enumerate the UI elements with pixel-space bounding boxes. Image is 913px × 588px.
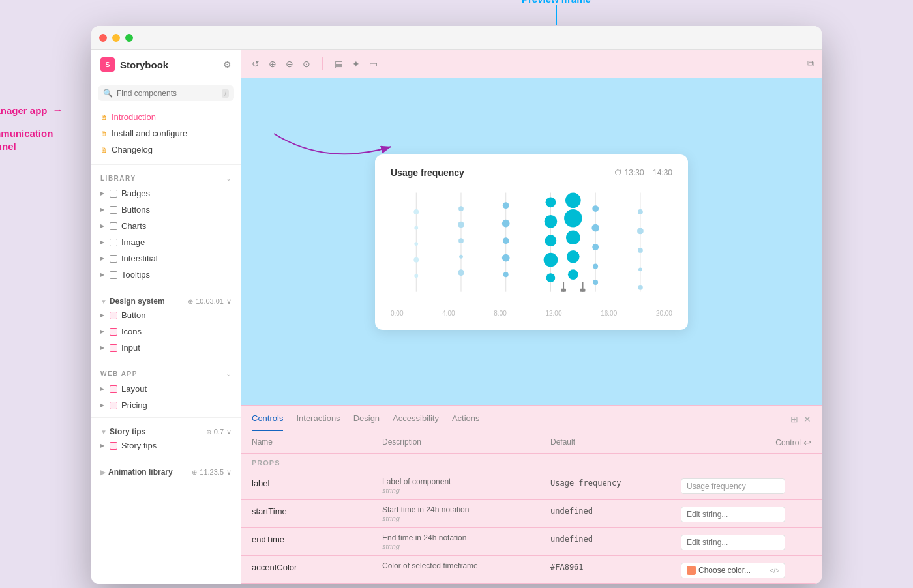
- traffic-light-yellow[interactable]: [112, 34, 120, 42]
- sidebar-item-interstitial[interactable]: ▶ Interstitial: [91, 250, 241, 267]
- sidebar-item-label-pricing: Pricing: [121, 400, 147, 410]
- prop-name-label: label: [252, 477, 382, 488]
- prop-input-starttime[interactable]: [681, 507, 785, 522]
- sidebar-item-label-storytips: Story tips: [121, 441, 157, 450]
- svg-point-12: [458, 221, 464, 228]
- tab-interactions[interactable]: Interactions: [296, 407, 340, 431]
- component-icon-layout: [110, 385, 117, 393]
- svg-point-43: [638, 267, 642, 271]
- search-input[interactable]: [117, 89, 218, 98]
- tab-actions[interactable]: Actions: [452, 407, 480, 431]
- toolbar-btn-zoom-out[interactable]: ⊖: [283, 57, 296, 70]
- chevron-right-interstitial: ▶: [100, 256, 104, 261]
- toolbar-btn-reload[interactable]: ↺: [249, 57, 262, 70]
- divider-5: [91, 458, 241, 458]
- code-icon[interactable]: </>: [770, 567, 779, 574]
- chevron-right-input: ▶: [100, 345, 104, 351]
- color-swatch: [687, 566, 696, 575]
- prop-input-label[interactable]: [681, 478, 785, 494]
- prop-default-starttime: undefined: [550, 505, 681, 516]
- prop-input-endtime[interactable]: [681, 535, 785, 550]
- doc-icon-introduction: 🗎: [100, 113, 108, 121]
- x-label-16: 16:00: [601, 310, 617, 317]
- tab-controls[interactable]: Controls: [252, 407, 283, 431]
- sidebar-logo: S Storybook: [100, 57, 168, 72]
- sidebar-item-layout[interactable]: ▶ Layout: [91, 381, 241, 397]
- svg-point-44: [638, 284, 643, 289]
- sidebar-item-buttons[interactable]: ▶ Buttons: [91, 201, 241, 218]
- communication-label: Communicationchannel: [0, 127, 53, 153]
- svg-point-42: [638, 247, 643, 252]
- component-icon-storytips: [110, 442, 117, 450]
- toolbar-btn-outline[interactable]: ▭: [367, 57, 380, 70]
- tab-accessibility[interactable]: Accessibility: [393, 407, 439, 431]
- sidebar-item-tooltips[interactable]: ▶ Tooltips: [91, 267, 241, 283]
- toolbar-btn-zoom-reset[interactable]: ⊙: [300, 57, 313, 70]
- svg-point-29: [567, 250, 580, 263]
- props-section-label: PROPS: [241, 454, 822, 472]
- svg-point-23: [545, 235, 557, 246]
- sidebar-header: S Storybook ⚙: [91, 50, 241, 80]
- library-collapse-icon[interactable]: ⌄: [226, 174, 232, 183]
- prop-name-endtime: endTime: [252, 533, 382, 544]
- sidebar-item-story-tips[interactable]: ▶ Story tips: [91, 437, 241, 454]
- sidebar-item-label-image: Image: [121, 237, 145, 247]
- main-layout: S Storybook ⚙ 🔍 / 🗎 Introduction: [91, 50, 822, 584]
- design-system-version: ⊕ 10.03.01 ∨: [188, 297, 232, 306]
- sidebar-item-install[interactable]: 🗎 Install and configure: [91, 125, 241, 141]
- component-icon-charts: [110, 222, 117, 230]
- annotation-arrow-line: [556, 5, 557, 25]
- intro-section: 🗎 Introduction 🗎 Install and configure 🗎…: [91, 106, 241, 160]
- web-app-collapse-icon[interactable]: ⌄: [226, 370, 232, 378]
- toolbar-group-left: ↺ ⊕ ⊖ ⊙: [249, 57, 313, 70]
- chevron-right-tooltips: ▶: [100, 272, 104, 278]
- chevron-right-image: ▶: [100, 239, 104, 245]
- reset-icon[interactable]: ↩: [803, 437, 811, 448]
- svg-rect-33: [561, 288, 566, 291]
- svg-point-40: [638, 209, 643, 214]
- settings-icon[interactable]: ⚙: [223, 59, 232, 70]
- close-panel-icon[interactable]: ✕: [803, 414, 811, 424]
- tab-design[interactable]: Design: [353, 407, 380, 431]
- prop-desc-text-starttime: Start time in 24h notation: [382, 505, 550, 514]
- divider-2: [91, 287, 241, 287]
- web-app-label: WEB APP: [100, 370, 138, 377]
- library-section-header: LIBRARY ⌄: [91, 169, 241, 185]
- svg-point-27: [564, 209, 582, 227]
- prop-default-accentcolor: #FA8961: [550, 561, 681, 572]
- traffic-light-green[interactable]: [125, 34, 133, 42]
- sidebar-item-charts[interactable]: ▶ Charts: [91, 218, 241, 234]
- svg-point-17: [502, 219, 510, 227]
- toolbar-btn-grid[interactable]: ▤: [332, 57, 346, 70]
- sidebar-item-image[interactable]: ▶ Image: [91, 234, 241, 250]
- component-icon-input: [110, 344, 117, 352]
- component-icon-pricing: [110, 402, 117, 409]
- sidebar-item-input[interactable]: ▶ Input: [91, 340, 241, 356]
- sidebar-item-icons[interactable]: ▶ Icons: [91, 323, 241, 340]
- svg-point-36: [591, 224, 599, 231]
- svg-point-35: [592, 205, 599, 212]
- controls-table-header: Name Description Default Control ↩: [241, 432, 822, 454]
- traffic-light-red[interactable]: [99, 34, 107, 42]
- sidebar-item-introduction[interactable]: 🗎 Introduction: [91, 109, 241, 125]
- chart-header: Usage frequency ⏱ 13:30 – 14:30: [391, 168, 672, 178]
- sidebar-item-button[interactable]: ▶ Button: [91, 307, 241, 323]
- sidebar-item-badges[interactable]: ▶ Badges: [91, 185, 241, 201]
- manager-arrow-icon: →: [53, 104, 63, 116]
- color-picker-control[interactable]: Choose color... </>: [681, 563, 785, 578]
- search-box[interactable]: 🔍 /: [98, 85, 234, 101]
- story-tips-version: ⊕ 0.7 ∨: [206, 428, 232, 436]
- split-view-icon[interactable]: ⊞: [790, 414, 798, 424]
- component-icon-button: [110, 312, 117, 319]
- component-icon-tooltips: [110, 271, 117, 279]
- toolbar-btn-measure[interactable]: ✦: [350, 57, 363, 70]
- svg-point-22: [545, 214, 558, 228]
- prop-desc-text-accentcolor: Color of selected timeframe: [382, 561, 550, 570]
- sidebar-item-pricing[interactable]: ▶ Pricing: [91, 397, 241, 413]
- doc-icon-changelog: 🗎: [100, 146, 108, 154]
- sidebar-item-changelog[interactable]: 🗎 Changelog: [91, 141, 241, 158]
- external-link-icon[interactable]: ⧉: [807, 58, 814, 69]
- web-app-section-header: WEB APP ⌄: [91, 364, 241, 381]
- toolbar-btn-zoom-in[interactable]: ⊕: [266, 57, 279, 70]
- ctrl-row-accentcolor: accentColor Color of selected timeframe …: [241, 556, 822, 584]
